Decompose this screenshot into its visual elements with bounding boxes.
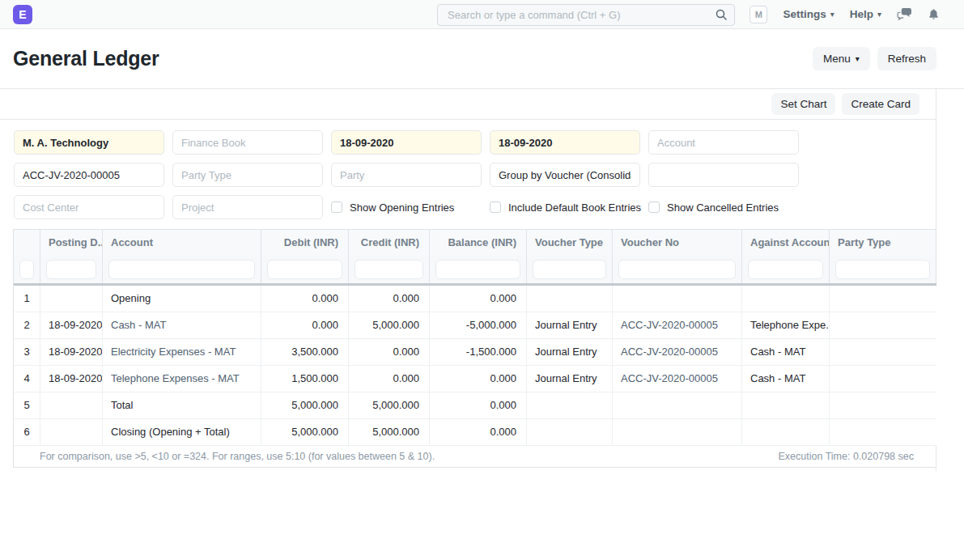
cell-account[interactable]: Opening (103, 286, 261, 312)
column-filter-input-account[interactable] (108, 260, 255, 279)
cell-voucher_type[interactable] (527, 286, 613, 312)
column-filter-input-voucher_no[interactable] (618, 260, 736, 279)
cell-party_type[interactable] (830, 419, 936, 445)
column-header-balance[interactable]: Balance (INR) (430, 230, 527, 256)
cell-idx[interactable]: 2 (14, 312, 40, 338)
cost-center-filter[interactable] (14, 195, 164, 219)
column-filter-input-posting_date[interactable] (46, 260, 96, 279)
cell-party_type[interactable] (830, 366, 936, 392)
from-date-filter[interactable] (331, 130, 482, 155)
cell-balance[interactable]: 0.000 (430, 286, 527, 312)
cell-posting_date[interactable] (40, 392, 103, 418)
column-header-against_account[interactable]: Against Account (742, 230, 830, 256)
column-header-credit[interactable]: Credit (INR) (349, 230, 430, 256)
column-header-posting_date[interactable]: Posting D... (40, 230, 103, 256)
search-input[interactable] (437, 4, 735, 26)
cell-debit[interactable]: 3,500.000 (261, 339, 349, 365)
column-filter-input-balance[interactable] (435, 260, 520, 279)
create-card-button[interactable]: Create Card (842, 93, 919, 115)
cell-balance[interactable]: 0.000 (430, 366, 527, 392)
cell-debit[interactable]: 0.000 (261, 312, 349, 338)
cell-party_type[interactable] (830, 312, 936, 338)
refresh-button[interactable]: Refresh (877, 47, 936, 70)
set-chart-button[interactable]: Set Chart (771, 93, 835, 115)
app-logo[interactable]: E (13, 5, 32, 24)
cell-voucher_no[interactable]: ACC-JV-2020-00005 (613, 366, 742, 392)
group-by-select[interactable] (490, 163, 640, 187)
column-header-idx[interactable] (14, 230, 40, 256)
notifications-bell-icon[interactable] (928, 8, 940, 20)
cell-debit[interactable]: 0.000 (261, 286, 349, 312)
user-avatar[interactable]: M (750, 6, 767, 23)
cell-against_account[interactable]: Cash - MAT (742, 339, 830, 365)
column-filter-input-party_type[interactable] (835, 260, 930, 279)
cell-debit[interactable]: 5,000.000 (261, 419, 349, 445)
show-opening-entries-checkbox[interactable] (331, 202, 342, 213)
cell-idx[interactable]: 5 (14, 392, 40, 418)
finance-book-filter[interactable] (172, 130, 323, 155)
cell-credit[interactable]: 5,000.000 (349, 419, 430, 445)
column-filter-input-credit[interactable] (355, 260, 423, 279)
cell-party_type[interactable] (830, 286, 936, 312)
column-header-voucher_type[interactable]: Voucher Type (527, 230, 613, 256)
cell-account[interactable]: Closing (Opening + Total) (103, 419, 261, 445)
cell-debit[interactable]: 1,500.000 (261, 366, 349, 392)
cell-debit[interactable]: 5,000.000 (261, 392, 349, 418)
cell-idx[interactable]: 3 (14, 339, 40, 365)
cell-account[interactable]: Total (103, 392, 261, 418)
cell-credit[interactable]: 0.000 (349, 366, 430, 392)
cell-voucher_no[interactable] (613, 392, 742, 418)
cell-posting_date[interactable] (40, 419, 103, 445)
cell-voucher_type[interactable]: Journal Entry (527, 312, 613, 338)
cell-voucher_no[interactable] (613, 419, 742, 445)
cell-voucher_type[interactable] (527, 392, 613, 418)
empty-filter[interactable] (648, 163, 799, 187)
cell-voucher_no[interactable]: ACC-JV-2020-00005 (613, 339, 742, 365)
cell-balance[interactable]: -5,000.000 (430, 312, 527, 338)
column-filter-input-idx[interactable] (19, 260, 34, 279)
voucher-no-filter[interactable] (14, 163, 164, 187)
column-header-debit[interactable]: Debit (INR) (261, 230, 349, 256)
column-filter-input-debit[interactable] (267, 260, 342, 279)
cell-idx[interactable]: 6 (14, 419, 40, 445)
cell-against_account[interactable]: Cash - MAT (742, 366, 830, 392)
cell-voucher_no[interactable]: ACC-JV-2020-00005 (613, 312, 742, 338)
settings-menu[interactable]: Settings ▾ (783, 8, 834, 20)
cell-account[interactable]: Telephone Expenses - MAT (103, 366, 261, 392)
cell-idx[interactable]: 1 (14, 286, 40, 312)
column-header-account[interactable]: Account (103, 230, 261, 256)
project-filter[interactable] (172, 195, 323, 219)
cell-account[interactable]: Cash - MAT (103, 312, 261, 338)
show-cancelled-entries-checkbox[interactable] (648, 202, 660, 213)
cell-posting_date[interactable] (40, 286, 103, 312)
cell-against_account[interactable] (742, 419, 830, 445)
cell-posting_date[interactable]: 18-09-2020 (40, 339, 103, 365)
cell-balance[interactable]: -1,500.000 (430, 339, 527, 365)
include-default-book-entries-checkbox[interactable] (490, 202, 501, 213)
cell-account[interactable]: Electricity Expenses - MAT (103, 339, 261, 365)
cell-credit[interactable]: 0.000 (349, 286, 430, 312)
cell-idx[interactable]: 4 (14, 366, 40, 392)
cell-voucher_type[interactable]: Journal Entry (527, 339, 613, 365)
cell-credit[interactable]: 5,000.000 (349, 312, 430, 338)
cell-credit[interactable]: 5,000.000 (349, 392, 430, 418)
column-header-voucher_no[interactable]: Voucher No (613, 230, 742, 256)
cell-voucher_type[interactable] (527, 419, 613, 445)
cell-balance[interactable]: 0.000 (430, 392, 527, 418)
cell-credit[interactable]: 0.000 (349, 339, 430, 365)
cell-voucher_type[interactable]: Journal Entry (527, 366, 613, 392)
account-filter[interactable] (648, 130, 799, 155)
party-filter[interactable] (331, 163, 482, 187)
column-filter-input-voucher_type[interactable] (533, 260, 606, 279)
cell-against_account[interactable] (742, 286, 830, 312)
cell-posting_date[interactable]: 18-09-2020 (40, 366, 103, 392)
cell-voucher_no[interactable] (613, 286, 742, 312)
cell-party_type[interactable] (830, 339, 936, 365)
chat-icon[interactable] (897, 8, 912, 20)
cell-against_account[interactable]: Telephone Expe... (742, 312, 830, 338)
party-type-filter[interactable] (172, 163, 323, 187)
company-filter[interactable] (14, 130, 164, 155)
help-menu[interactable]: Help ▾ (850, 8, 881, 20)
menu-button[interactable]: Menu ▾ (813, 47, 870, 70)
cell-party_type[interactable] (830, 392, 936, 418)
